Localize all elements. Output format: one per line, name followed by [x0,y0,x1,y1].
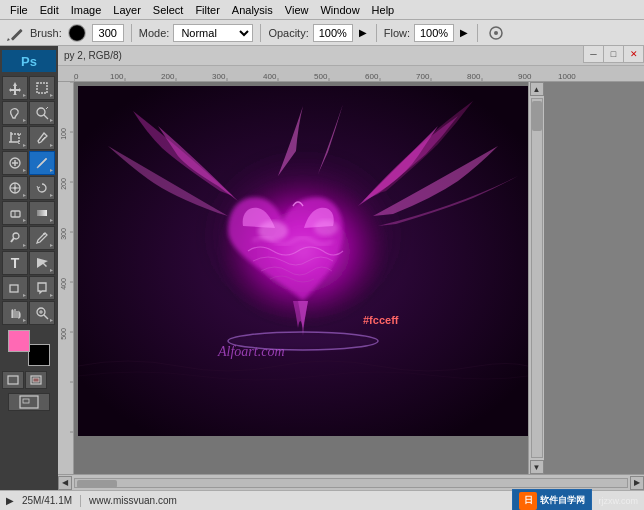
tool-eraser[interactable]: ▸ [2,201,28,225]
svg-text:300: 300 [60,228,67,240]
ps-logo: Ps [2,50,56,72]
hscroll-thumb[interactable] [77,480,117,488]
svg-line-7 [44,115,48,119]
menu-analysis[interactable]: Analysis [226,2,279,18]
tool-zoom[interactable]: ▸ [29,301,55,325]
tool-annotation[interactable]: ▸ [29,276,55,300]
scroll-down-button[interactable]: ▼ [530,460,544,474]
tool-gradient[interactable]: ▸ [29,201,55,225]
flow-label: Flow: [384,27,410,39]
quick-mask-btn[interactable] [25,371,47,389]
brush-preview[interactable] [68,24,86,42]
menu-window[interactable]: Window [314,2,365,18]
website-label: www.missvuan.com [89,495,177,506]
ruler-ticks-svg [74,66,644,81]
svg-rect-36 [23,399,29,403]
scroll-right-button[interactable]: ▶ [630,476,644,490]
scroll-left-button[interactable]: ◀ [58,476,72,490]
ruler-left: 100 200 300 400 500 [58,82,74,474]
flow-arrow-icon[interactable]: ▶ [458,27,470,38]
menu-image[interactable]: Image [65,2,108,18]
options-bar: Brush: Mode: Normal Multiply Screen Opac… [0,20,644,46]
tool-pen[interactable]: ▸ [29,226,55,250]
tool-group-9: ▸ ▸ [2,276,56,300]
tool-group-5: ▸ ▸ [2,176,56,200]
tools-panel: Ps ▸ ▸ ▸ ▸ ▸ [0,46,58,490]
minimize-button[interactable]: ─ [584,46,604,62]
canvas-artwork: #fcceff Alfoart.com [78,86,528,436]
tool-icon [4,22,26,44]
tool-hand[interactable]: ▸ [2,301,28,325]
svg-point-3 [494,31,498,35]
separator-2 [260,24,261,42]
photoshop-canvas[interactable]: #fcceff Alfoart.com [78,86,528,436]
tool-brush[interactable]: ▸ [29,151,55,175]
menu-filter[interactable]: Filter [189,2,225,18]
screen-mode-btn[interactable] [8,393,50,411]
vscroll-track[interactable] [531,98,543,458]
svg-text:500: 500 [60,328,67,340]
scroll-up-button[interactable]: ▲ [530,82,544,96]
foreground-color-swatch[interactable] [8,330,30,352]
vertical-scrollbar: ▲ ▼ [528,82,544,474]
svg-point-62 [258,221,288,241]
opacity-input[interactable] [313,24,353,42]
canvas-scroll-area: #fcceff Alfoart.com ▲ [74,82,544,474]
status-bar: ▶ 25M/41.1M www.missvuan.com 日 软件自学网 rjz… [0,490,644,510]
logo-text: 软件自学网 [540,494,585,507]
canvas-scroll[interactable]: #fcceff Alfoart.com [74,82,528,474]
tool-crop[interactable]: ▸ [2,126,28,150]
opacity-arrow-icon[interactable]: ▶ [357,27,369,38]
status-right: 日 软件自学网 rjzxw.com [512,489,638,511]
blend-mode-select[interactable]: Normal Multiply Screen [173,24,253,42]
svg-rect-34 [33,378,39,382]
menu-layer[interactable]: Layer [107,2,147,18]
standard-mode-btn[interactable] [2,371,24,389]
vscroll-thumb[interactable] [532,101,542,131]
svg-marker-26 [37,258,48,268]
svg-line-24 [11,238,14,242]
flow-input[interactable] [414,24,454,42]
tool-clone[interactable]: ▸ [2,176,28,200]
menu-file[interactable]: File [4,2,34,18]
menu-bar: File Edit Image Layer Select Filter Anal… [0,0,644,20]
tool-dodge[interactable]: ▸ [2,226,28,250]
airbrush-icon[interactable] [485,22,507,44]
svg-rect-32 [8,376,18,384]
tool-eyedropper[interactable]: ▸ [29,126,55,150]
tool-healing[interactable]: ▸ [2,151,28,175]
tool-marquee[interactable]: ▸ [29,76,55,100]
tool-path-select[interactable]: ▸ [29,251,55,275]
rjzxw-logo[interactable]: 日 软件自学网 [512,489,592,511]
tool-lasso[interactable]: ▸ [2,101,28,125]
svg-point-19 [14,187,17,190]
menu-help[interactable]: Help [366,2,401,18]
canvas-container: 100 200 300 400 500 [58,82,644,474]
svg-line-29 [44,315,48,319]
svg-rect-22 [37,210,47,216]
brush-size-input[interactable] [92,24,124,42]
svg-text:200: 200 [60,178,67,190]
tool-history[interactable]: ▸ [29,176,55,200]
window-controls: ─ □ ✕ [583,46,644,63]
svg-point-63 [314,220,338,236]
tool-quick-select[interactable]: ▸ [29,101,55,125]
background-color-swatch[interactable] [28,344,50,366]
opacity-label: Opacity: [268,27,308,39]
tool-text[interactable]: T [2,251,28,275]
restore-button[interactable]: □ [604,46,624,62]
menu-view[interactable]: View [279,2,315,18]
tool-shape[interactable]: ▸ [2,276,28,300]
svg-marker-4 [9,82,21,95]
close-button[interactable]: ✕ [624,46,644,62]
logo-char: 日 [519,492,537,510]
screen-mode-area [8,393,50,411]
svg-point-6 [37,108,45,116]
play-button[interactable]: ▶ [6,495,14,506]
menu-edit[interactable]: Edit [34,2,65,18]
hscroll-track[interactable] [74,478,628,488]
tool-move[interactable]: ▸ [2,76,28,100]
separator-1 [131,24,132,42]
color-swatches[interactable] [8,330,50,366]
menu-select[interactable]: Select [147,2,190,18]
